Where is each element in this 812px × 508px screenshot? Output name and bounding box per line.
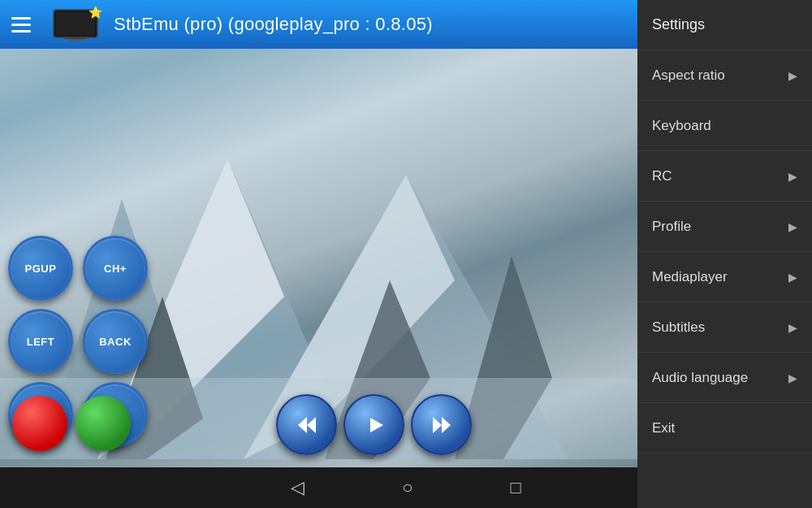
chplus-button[interactable]: CH+ — [83, 236, 148, 301]
color-buttons-left — [0, 396, 131, 451]
menu-item-label: Audio language — [652, 370, 748, 386]
menu-item-label: Exit — [652, 420, 675, 436]
left-button[interactable]: LEFT — [8, 309, 73, 374]
back-button[interactable]: BACK — [83, 309, 148, 374]
play-icon — [359, 410, 390, 441]
submenu-arrow-icon: ▶ — [788, 69, 797, 82]
menu-item-profile[interactable]: Profile▶ — [637, 202, 812, 252]
fastforward-icon — [426, 410, 457, 441]
hamburger-line — [11, 30, 31, 33]
menu-item-label: Subtitles — [652, 319, 705, 336]
menu-item-label: Aspect ratio — [652, 67, 725, 84]
green-button[interactable] — [76, 396, 131, 451]
menu-item-aspect-ratio[interactable]: Aspect ratio▶ — [637, 50, 812, 101]
svg-marker-15 — [370, 418, 383, 432]
menu-item-settings[interactable]: Settings — [637, 0, 812, 50]
menu-item-label: Keyboard — [652, 118, 711, 134]
submenu-arrow-icon: ▶ — [788, 271, 797, 284]
rewind-icon — [292, 410, 322, 441]
rewind-button[interactable] — [276, 394, 337, 455]
svg-rect-12 — [64, 37, 87, 39]
hamburger-line — [11, 17, 31, 20]
star-badge: ⭐ — [89, 6, 102, 19]
context-menu: SettingsAspect ratio▶KeyboardRC▶Profile▶… — [637, 0, 812, 508]
hamburger-button[interactable] — [8, 10, 37, 39]
control-row-1: PGUP CH+ — [8, 236, 617, 301]
menu-item-label: Mediaplayer — [652, 269, 728, 285]
recent-nav-button[interactable]: □ — [511, 477, 521, 498]
svg-marker-13 — [298, 417, 307, 433]
home-nav-button[interactable]: ○ — [402, 477, 412, 498]
control-row-2: LEFT BACK — [8, 309, 617, 374]
submenu-arrow-icon: ▶ — [788, 220, 797, 233]
tv-icon-container: ⭐ — [47, 4, 104, 45]
play-button[interactable] — [343, 394, 404, 455]
back-nav-button[interactable]: ◁ — [291, 477, 304, 498]
fastforward-button[interactable] — [411, 394, 472, 455]
hamburger-line — [11, 24, 31, 26]
submenu-arrow-icon: ▶ — [788, 170, 797, 183]
submenu-arrow-icon: ▶ — [788, 321, 797, 334]
menu-item-label: Profile — [652, 219, 691, 235]
menu-item-audio-language[interactable]: Audio language▶ — [637, 353, 812, 403]
svg-marker-17 — [442, 417, 451, 433]
svg-marker-16 — [433, 417, 442, 433]
pgup-button[interactable]: PGUP — [8, 236, 73, 301]
menu-item-mediaplayer[interactable]: Mediaplayer▶ — [637, 252, 812, 302]
svg-marker-14 — [307, 417, 316, 433]
submenu-arrow-icon: ▶ — [788, 371, 797, 384]
menu-item-label: Settings — [652, 16, 705, 33]
menu-item-rc[interactable]: RC▶ — [637, 151, 812, 202]
media-controls — [276, 394, 472, 455]
menu-item-subtitles[interactable]: Subtitles▶ — [637, 302, 812, 353]
menu-item-keyboard[interactable]: Keyboard — [637, 101, 812, 151]
red-button[interactable] — [12, 396, 67, 451]
menu-item-exit[interactable]: Exit — [637, 403, 812, 454]
menu-item-label: RC — [652, 168, 672, 185]
